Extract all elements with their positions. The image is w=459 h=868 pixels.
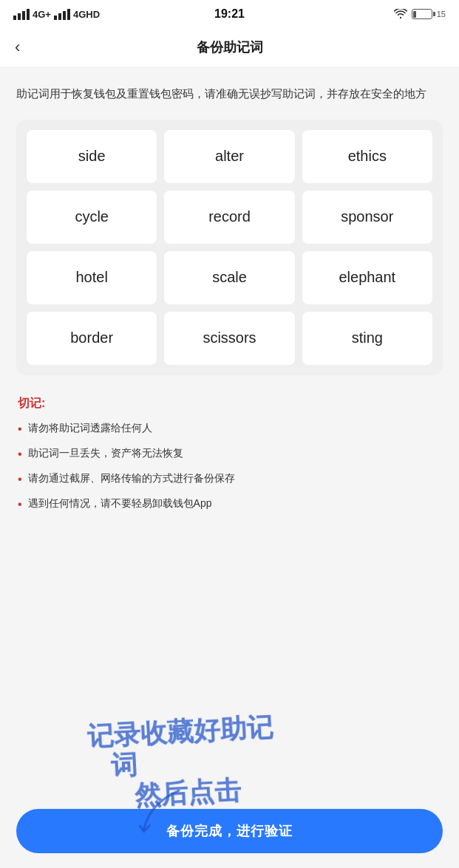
bullet-icon: •	[18, 471, 22, 488]
page-title: 备份助记词	[197, 38, 263, 56]
annotation-line1: 记录收藏好助记	[86, 712, 274, 753]
network-info: 4G+ 4GHD	[13, 9, 100, 20]
mnemonic-word-10: border	[27, 312, 157, 365]
warning-title: 切记:	[18, 396, 441, 411]
mnemonic-word-11: scissors	[164, 312, 294, 365]
signal-icon-2	[54, 9, 70, 20]
header: ‹ 备份助记词	[0, 28, 459, 66]
mnemonic-grid: sidealterethicscyclerecordsponsorhotelsc…	[27, 130, 432, 365]
warning-item-4: •遇到任何情况，请不要轻易卸载钱包App	[18, 496, 441, 513]
wifi-icon	[394, 9, 407, 19]
mnemonic-word-1: side	[27, 130, 157, 183]
mnemonic-word-2: alter	[164, 130, 294, 183]
warning-list: •请勿将助记词透露给任何人•助记词一旦丢失，资产将无法恢复•请勿通过截屏、网络传…	[18, 420, 441, 513]
bottom-button-area: 备份完成，进行验证	[0, 802, 459, 868]
warning-text: 遇到任何情况，请不要轻易卸载钱包App	[28, 496, 212, 511]
mnemonic-word-12: sting	[302, 312, 432, 365]
mnemonic-word-5: record	[164, 191, 294, 244]
warning-item-2: •助记词一旦丢失，资产将无法恢复	[18, 445, 441, 463]
status-time: 19:21	[214, 7, 245, 21]
bullet-icon: •	[18, 496, 22, 513]
network-type-1: 4G+	[33, 9, 51, 20]
main-content: 助记词用于恢复钱包及重置钱包密码，请准确无误抄写助记词，并存放在安全的地方 si…	[0, 66, 459, 609]
mnemonic-word-9: elephant	[302, 251, 432, 304]
signal-icon	[13, 9, 30, 20]
warning-item-1: •请勿将助记词透露给任何人	[18, 420, 441, 438]
mnemonic-word-6: sponsor	[302, 191, 432, 244]
mnemonic-word-3: ethics	[302, 130, 432, 183]
battery-level: 15	[437, 10, 446, 18]
warning-text: 助记词一旦丢失，资产将无法恢复	[28, 445, 183, 461]
network-type-2: 4GHD	[73, 9, 100, 20]
status-right: 15	[394, 9, 446, 19]
mnemonic-word-8: scale	[164, 251, 294, 304]
annotation-line2: 词	[88, 743, 276, 784]
status-bar: 4G+ 4GHD 19:21 15	[0, 0, 459, 28]
back-button[interactable]: ‹	[15, 39, 20, 55]
warning-text: 请勿将助记词透露给任何人	[28, 420, 152, 436]
bullet-icon: •	[18, 445, 22, 463]
warning-item-3: •请勿通过截屏、网络传输的方式进行备份保存	[18, 471, 441, 488]
warning-section: 切记: •请勿将助记词透露给任何人•助记词一旦丢失，资产将无法恢复•请勿通过截屏…	[16, 396, 443, 513]
bullet-icon: •	[18, 420, 22, 438]
mnemonic-container: sidealterethicscyclerecordsponsorhotelsc…	[16, 120, 443, 375]
warning-text: 请勿通过截屏、网络传输的方式进行备份保存	[28, 471, 235, 486]
battery-icon	[412, 9, 432, 19]
mnemonic-word-4: cycle	[27, 191, 157, 244]
confirm-button[interactable]: 备份完成，进行验证	[16, 809, 443, 853]
description-text: 助记词用于恢复钱包及重置钱包密码，请准确无误抄写助记词，并存放在安全的地方	[16, 84, 443, 103]
mnemonic-word-7: hotel	[27, 251, 157, 304]
